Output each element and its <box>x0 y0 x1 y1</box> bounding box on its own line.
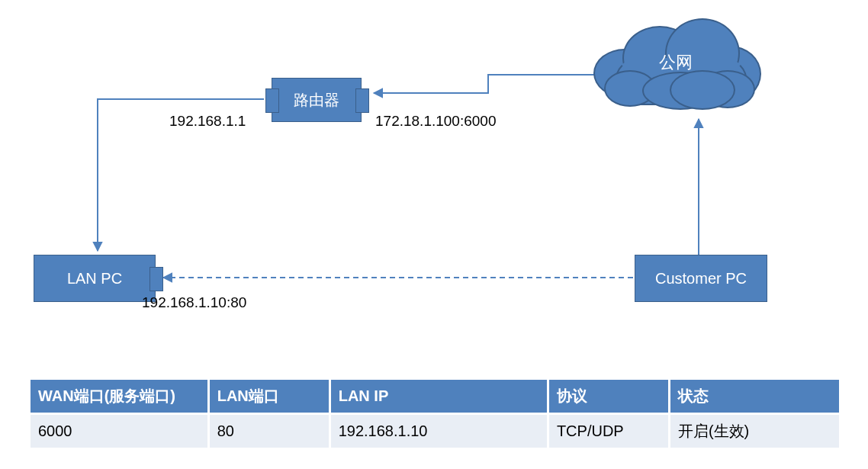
table-header-row: WAN端口(服务端口) LAN端口 LAN IP 协议 状态 <box>31 380 839 414</box>
router-box: 路由器 <box>272 78 362 122</box>
customer-pc-label: Customer PC <box>655 270 747 288</box>
lan-pc-addr-label: 192.168.1.10:80 <box>142 294 246 311</box>
router-lan-ip-label: 192.168.1.1 <box>169 113 246 130</box>
customer-pc-box: Customer PC <box>635 255 767 302</box>
nat-mapping-table: WAN端口(服务端口) LAN端口 LAN IP 协议 状态 6000 80 1… <box>31 380 839 448</box>
lan-pc-label: LAN PC <box>67 270 122 288</box>
col-header-lan-port: LAN端口 <box>208 380 330 414</box>
lan-pc-box: LAN PC <box>34 255 156 302</box>
router-wan-addr-label: 172.18.1.100:6000 <box>375 113 497 130</box>
router-port-right <box>355 88 369 113</box>
lan-pc-port-right <box>149 267 163 291</box>
cell-wan-port: 6000 <box>31 414 208 448</box>
table-row: 6000 80 192.168.1.10 TCP/UDP 开启(生效) <box>31 414 839 448</box>
cell-status: 开启(生效) <box>669 414 839 448</box>
col-header-lan-ip: LAN IP <box>330 380 548 414</box>
router-label: 路由器 <box>294 90 339 111</box>
col-header-status: 状态 <box>669 380 839 414</box>
col-header-protocol: 协议 <box>548 380 669 414</box>
cell-protocol: TCP/UDP <box>548 414 669 448</box>
diagram-canvas: 公网 路由器 192.168.1.1 172.18.1.100:6000 LAN… <box>0 0 868 469</box>
public-network-cloud: 公网 <box>593 14 758 111</box>
cell-lan-port: 80 <box>208 414 330 448</box>
cell-lan-ip: 192.168.1.10 <box>330 414 548 448</box>
router-port-left <box>265 88 279 113</box>
col-header-wan-port: WAN端口(服务端口) <box>31 380 208 414</box>
cloud-label: 公网 <box>593 14 758 111</box>
